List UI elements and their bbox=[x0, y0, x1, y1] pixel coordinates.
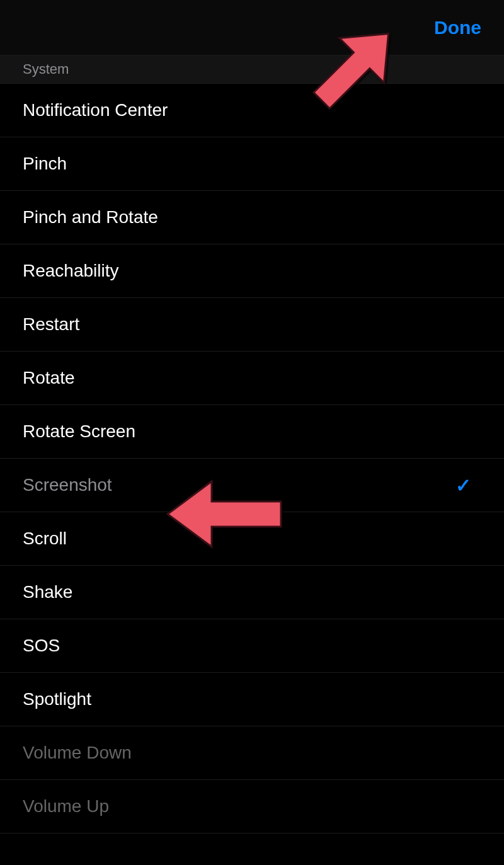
system-actions-list: Notification CenterPinchPinch and Rotate… bbox=[0, 83, 504, 833]
list-item-label: Shake bbox=[23, 582, 72, 602]
list-item[interactable]: Scroll bbox=[0, 512, 504, 566]
list-item-label: Screenshot bbox=[23, 475, 112, 495]
list-item-label: Reachability bbox=[23, 261, 119, 281]
list-item[interactable]: SOS bbox=[0, 619, 504, 673]
list-item-label: Scroll bbox=[23, 529, 67, 549]
list-item[interactable]: Shake bbox=[0, 566, 504, 619]
navigation-bar: Done bbox=[0, 0, 504, 55]
list-item-label: Spotlight bbox=[23, 689, 91, 709]
list-item-label: Rotate Screen bbox=[23, 421, 135, 442]
list-item[interactable]: Notification Center bbox=[0, 84, 504, 137]
section-title: System bbox=[23, 61, 69, 77]
list-item-label: Pinch bbox=[23, 154, 67, 174]
list-item-label: Volume Up bbox=[23, 796, 109, 816]
list-item-label: Volume Down bbox=[23, 743, 132, 763]
list-item[interactable]: Rotate bbox=[0, 352, 504, 405]
list-item-label: Notification Center bbox=[23, 100, 168, 120]
list-item[interactable]: Restart bbox=[0, 298, 504, 352]
list-item[interactable]: Screenshot✓ bbox=[0, 459, 504, 512]
list-item[interactable]: Pinch bbox=[0, 137, 504, 191]
list-item[interactable]: Pinch and Rotate bbox=[0, 191, 504, 244]
list-item[interactable]: Rotate Screen bbox=[0, 405, 504, 459]
list-item[interactable]: Volume Up bbox=[0, 780, 504, 833]
list-item-label: Restart bbox=[23, 314, 79, 335]
list-item[interactable]: Volume Down bbox=[0, 726, 504, 780]
list-item[interactable]: Spotlight bbox=[0, 673, 504, 726]
list-item[interactable]: Reachability bbox=[0, 244, 504, 298]
checkmark-icon: ✓ bbox=[455, 474, 481, 496]
section-header-system: System bbox=[0, 55, 504, 83]
list-item-label: Rotate bbox=[23, 368, 75, 388]
done-button[interactable]: Done bbox=[434, 17, 481, 38]
list-item-label: SOS bbox=[23, 636, 60, 656]
list-item-label: Pinch and Rotate bbox=[23, 207, 158, 227]
